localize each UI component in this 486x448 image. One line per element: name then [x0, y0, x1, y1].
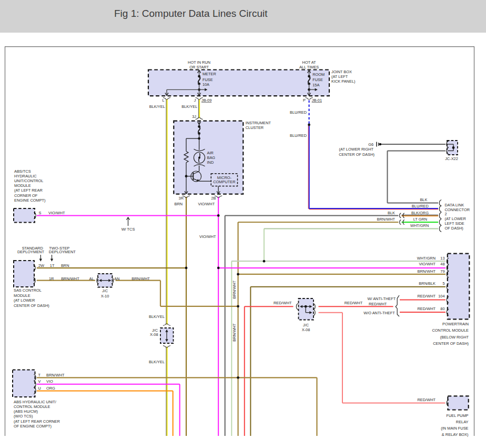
svg-text:48: 48 — [440, 262, 444, 266]
svg-text:JC-X22: JC-X22 — [445, 156, 458, 161]
svg-text:X-08: X-08 — [150, 332, 158, 337]
svg-text:VIO/WHT: VIO/WHT — [198, 202, 215, 206]
svg-text:FUEL PUMP: FUEL PUMP — [446, 413, 468, 418]
svg-text:ABS/TCS: ABS/TCS — [14, 169, 31, 174]
svg-text:JB-01: JB-01 — [312, 98, 322, 103]
svg-text:VIO/WHT: VIO/WHT — [48, 211, 65, 215]
svg-text:OF DASH): OF DASH) — [445, 226, 463, 231]
svg-text:J/C: J/C — [303, 323, 309, 327]
svg-text:VIO: VIO — [46, 379, 53, 384]
svg-text:KICK PANEL): KICK PANEL) — [331, 79, 355, 84]
svg-text:13: 13 — [440, 256, 444, 261]
svg-text:W/O ANTI-THEFT: W/O ANTI-THEFT — [363, 311, 395, 315]
svg-text:BLK/ORG: BLK/ORG — [411, 211, 429, 215]
svg-text:RELAY: RELAY — [456, 420, 469, 424]
svg-text:(AT LEFT REAR CORNER: (AT LEFT REAR CORNER — [14, 419, 60, 424]
svg-text:RED/WHT: RED/WHT — [369, 302, 387, 306]
svg-text:LEFT SIDE: LEFT SIDE — [445, 221, 464, 226]
svg-text:UNIT/CONTROL: UNIT/CONTROL — [14, 178, 43, 183]
svg-text:BRN/WHT: BRN/WHT — [131, 276, 150, 281]
svg-text:BRN: BRN — [61, 263, 69, 268]
svg-text:BRN/WHT: BRN/WHT — [418, 269, 436, 274]
svg-text:BLK/YEL: BLK/YEL — [149, 104, 165, 109]
svg-text:JB-09: JB-09 — [201, 98, 211, 103]
svg-text:BLU/RED: BLU/RED — [290, 133, 307, 138]
svg-text:METER: METER — [202, 72, 216, 76]
svg-text:15A: 15A — [312, 83, 319, 87]
svg-text:CLUSTER: CLUSTER — [246, 125, 264, 130]
svg-text:S: S — [39, 211, 42, 215]
svg-text:X-08: X-08 — [302, 327, 310, 332]
svg-text:JOINT BOX: JOINT BOX — [331, 69, 352, 74]
svg-text:BRN/WHT: BRN/WHT — [232, 280, 237, 298]
svg-text:BLK/YEL: BLK/YEL — [149, 314, 165, 319]
svg-text:J/C: J/C — [102, 288, 108, 293]
svg-text:RED/WHT: RED/WHT — [345, 301, 363, 305]
svg-text:POWERTRAIN: POWERTRAIN — [442, 322, 469, 326]
svg-text:(ABS HU/CM): (ABS HU/CM) — [14, 409, 38, 414]
svg-text:DEPLOYMENT: DEPLOYMENT — [17, 250, 44, 254]
svg-text:T: T — [38, 373, 41, 377]
svg-text:BLK/YEL: BLK/YEL — [181, 104, 197, 109]
svg-text:X-10: X-10 — [101, 294, 109, 298]
svg-text:5: 5 — [442, 281, 444, 286]
svg-text:VIO/WHT: VIO/WHT — [199, 234, 216, 239]
svg-text:COMPUTER: COMPUTER — [213, 180, 235, 184]
svg-text:LT GRN: LT GRN — [413, 217, 427, 222]
svg-text:HOT IN RUN: HOT IN RUN — [188, 60, 210, 65]
svg-text:(BELOW RIGHT: (BELOW RIGHT — [440, 335, 469, 340]
svg-text:2B: 2B — [211, 196, 216, 201]
svg-text:Fig 1: Computer Data Lines Cir: Fig 1: Computer Data Lines Circuit — [114, 8, 268, 19]
svg-text:2: 2 — [445, 212, 447, 216]
svg-text:RED/WHT: RED/WHT — [418, 294, 436, 298]
svg-text:V: V — [38, 379, 41, 384]
svg-text:BLK/YEL: BLK/YEL — [149, 360, 165, 364]
svg-text:ORG: ORG — [46, 386, 55, 391]
svg-text:ALL TIMES: ALL TIMES — [299, 65, 319, 69]
svg-text:CENTER OF DASH): CENTER OF DASH) — [339, 152, 374, 157]
svg-text:(AT LOWER: (AT LOWER — [445, 216, 466, 221]
svg-text:FUSE: FUSE — [202, 77, 213, 82]
svg-text:2W: 2W — [38, 263, 44, 268]
svg-text:VIO/WHT: VIO/WHT — [419, 262, 436, 266]
svg-text:AL: AL — [89, 276, 94, 281]
svg-text:RED/WHT: RED/WHT — [274, 301, 292, 305]
svg-text:MODULE: MODULE — [14, 293, 31, 298]
svg-text:ABS HYDRAULIC UNIT/: ABS HYDRAULIC UNIT/ — [14, 400, 57, 404]
svg-text:BAG: BAG — [207, 155, 216, 160]
svg-text:104: 104 — [438, 294, 444, 298]
svg-text:BLK: BLK — [388, 211, 395, 215]
svg-text:ENGINE COMPT): ENGINE COMPT) — [14, 198, 46, 203]
svg-text:U: U — [38, 386, 41, 391]
svg-text:BLK: BLK — [420, 197, 427, 202]
svg-text:(AT LEFT: (AT LEFT — [331, 74, 348, 79]
svg-text:10A: 10A — [202, 82, 209, 87]
svg-text:3J: 3J — [192, 114, 196, 119]
svg-text:(AT LOWER RIGHT: (AT LOWER RIGHT — [339, 147, 374, 152]
svg-text:RED/WHT: RED/WHT — [418, 397, 436, 402]
svg-text:AN: AN — [114, 276, 119, 281]
svg-text:(W/O TCS): (W/O TCS) — [14, 414, 33, 419]
svg-text:CONTROL MODULE: CONTROL MODULE — [432, 328, 469, 333]
svg-text:CENTER OF DASH): CENTER OF DASH) — [14, 303, 49, 308]
svg-text:W/ TCS: W/ TCS — [122, 227, 135, 232]
svg-text:3R: 3R — [179, 196, 184, 201]
svg-text:BRN/WHT: BRN/WHT — [232, 323, 237, 342]
svg-text:RED/WHT: RED/WHT — [418, 306, 436, 311]
svg-text:BLU/RED: BLU/RED — [412, 204, 429, 208]
svg-text:INSTRUMENT: INSTRUMENT — [246, 121, 271, 125]
svg-text:BLU/RED: BLU/RED — [290, 110, 307, 115]
svg-text:ROOM: ROOM — [312, 72, 325, 77]
svg-text:(AT LOWER: (AT LOWER — [14, 298, 35, 303]
svg-text:WHT/GRN: WHT/GRN — [417, 256, 436, 261]
svg-text:FUSE: FUSE — [312, 77, 323, 82]
svg-text:HYDRAULIC: HYDRAULIC — [14, 174, 37, 178]
svg-text:HOT AT: HOT AT — [302, 60, 316, 65]
svg-text:IND: IND — [207, 160, 214, 165]
svg-text:80: 80 — [440, 306, 444, 311]
svg-text:WHT/GRN: WHT/GRN — [410, 223, 429, 228]
svg-text:(IN MAIN FUSE: (IN MAIN FUSE — [441, 426, 468, 431]
svg-text:CORNER OF: CORNER OF — [14, 193, 38, 198]
svg-text:AIR: AIR — [207, 151, 214, 155]
svg-text:MICRO-: MICRO- — [217, 175, 232, 180]
